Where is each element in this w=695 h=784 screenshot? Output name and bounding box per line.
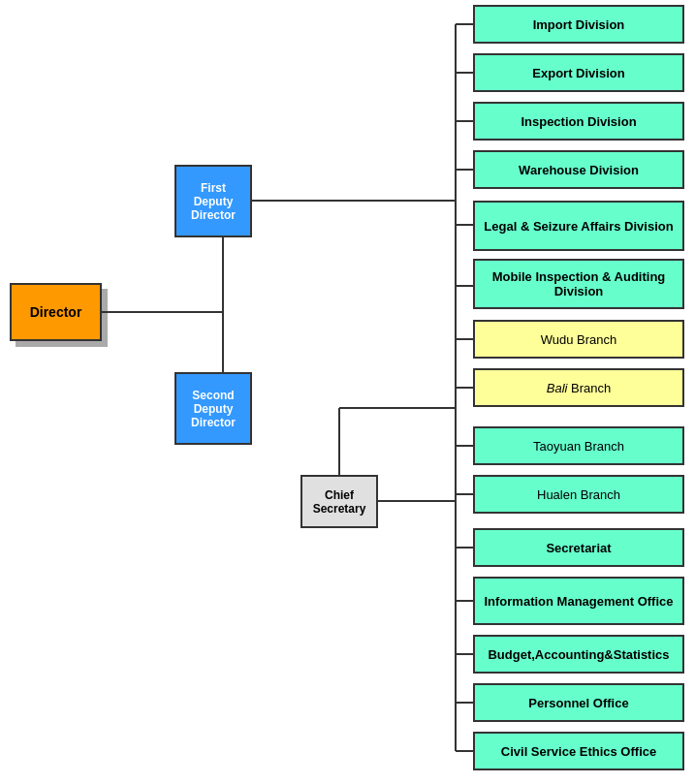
hualen-branch-node: Hualen Branch: [473, 475, 684, 514]
civil-service-label: Civil Service Ethics Office: [501, 744, 656, 759]
export-division-node: Export Division: [473, 53, 684, 92]
taoyuan-branch-node: Taoyuan Branch: [473, 426, 684, 465]
import-division-node: Import Division: [473, 5, 684, 44]
director-node: Director: [10, 283, 102, 341]
wudu-branch-label: Wudu Branch: [541, 332, 617, 347]
civil-service-node: Civil Service Ethics Office: [473, 732, 684, 770]
secretariat-label: Secretariat: [546, 541, 611, 555]
org-chart: Director First Deputy Director Second De…: [0, 0, 695, 784]
warehouse-division-label: Warehouse Division: [519, 163, 639, 177]
info-management-label: Information Management Office: [484, 594, 673, 609]
chief-secretary-label: Chief Secretary: [313, 488, 366, 516]
personnel-office-node: Personnel Office: [473, 683, 684, 722]
taoyuan-branch-label: Taoyuan Branch: [533, 439, 624, 454]
secretariat-node: Secretariat: [473, 528, 684, 567]
chief-secretary-node: Chief Secretary: [300, 475, 378, 528]
import-division-label: Import Division: [533, 17, 625, 32]
budget-label: Budget,Accounting&Statistics: [488, 647, 669, 662]
first-deputy-node: First Deputy Director: [174, 165, 252, 237]
director-label: Director: [30, 304, 82, 320]
hualen-branch-label: Hualen Branch: [537, 487, 620, 502]
legal-division-node: Legal & Seizure Affairs Division: [473, 201, 684, 251]
legal-division-label: Legal & Seizure Affairs Division: [484, 219, 673, 234]
inspection-division-node: Inspection Division: [473, 102, 684, 141]
warehouse-division-node: Warehouse Division: [473, 150, 684, 189]
bali-branch-node: Bali Branch: [473, 368, 684, 407]
budget-node: Budget,Accounting&Statistics: [473, 635, 684, 674]
second-deputy-label: Second Deputy Director: [191, 389, 236, 429]
bali-branch-label: Bali: [547, 381, 568, 395]
info-management-node: Information Management Office: [473, 577, 684, 625]
export-division-label: Export Division: [532, 66, 624, 80]
inspection-division-label: Inspection Division: [521, 114, 636, 129]
mobile-division-node: Mobile Inspection & Auditing Division: [473, 259, 684, 309]
mobile-division-label: Mobile Inspection & Auditing Division: [475, 269, 682, 298]
wudu-branch-node: Wudu Branch: [473, 320, 684, 359]
first-deputy-label: First Deputy Director: [191, 181, 236, 222]
second-deputy-node: Second Deputy Director: [174, 372, 252, 445]
personnel-office-label: Personnel Office: [528, 696, 628, 710]
